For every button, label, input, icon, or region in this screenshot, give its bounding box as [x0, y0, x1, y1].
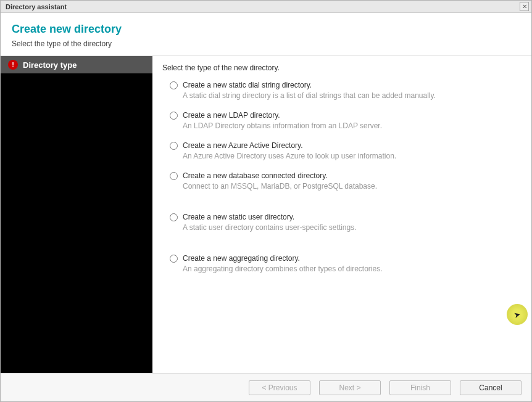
previous-button[interactable]: < Previous — [249, 380, 310, 395]
radio-label: Create a new Azure Active Directory. — [183, 141, 303, 150]
next-button[interactable]: Next > — [319, 380, 381, 395]
window-title: Directory assistant — [6, 3, 67, 10]
option-aggregating: Create a new aggregating directory. An a… — [162, 254, 522, 273]
content-area: ! Directory type Select the type of the … — [1, 56, 531, 374]
cursor-highlight: ➤ — [507, 304, 528, 325]
radio-row[interactable]: Create a new database connected director… — [170, 171, 522, 180]
option-azure: Create a new Azure Active Directory. An … — [162, 141, 522, 160]
radio-row[interactable]: Create a new static user directory. — [170, 213, 522, 221]
radio-ldap[interactable] — [170, 112, 178, 120]
sidebar-item-directory-type[interactable]: ! Directory type — [1, 56, 152, 73]
option-static-dial: Create a new static dial string director… — [162, 81, 522, 100]
radio-static-user[interactable] — [170, 213, 178, 221]
page-title: Create new directory — [12, 23, 520, 36]
option-database: Create a new database connected director… — [162, 171, 522, 191]
radio-row[interactable]: Create a new aggregating directory. — [170, 254, 522, 263]
radio-row[interactable]: Create a new LDAP directory. — [170, 111, 522, 120]
radio-label: Create a new static dial string director… — [183, 81, 312, 89]
main-panel: Select the type of the new directory. Cr… — [152, 56, 531, 374]
radio-static-dial[interactable] — [170, 81, 178, 89]
finish-button[interactable]: Finish — [389, 380, 451, 395]
radio-label: Create a new database connected director… — [183, 171, 328, 180]
alert-icon: ! — [8, 60, 18, 70]
wizard-sidebar: ! Directory type — [1, 56, 152, 374]
radio-row[interactable]: Create a new static dial string director… — [170, 81, 522, 89]
radio-label: Create a new LDAP directory. — [183, 111, 280, 120]
option-desc: A static user directory contains user-sp… — [183, 223, 522, 232]
radio-aggregating[interactable] — [170, 255, 178, 263]
option-desc: A static dial string directory is a list… — [183, 91, 522, 100]
option-desc: Connect to an MSSQL, MariaDB, or Postgre… — [183, 182, 522, 191]
radio-label: Create a new static user directory. — [183, 213, 294, 221]
dialog-header: Create new directory Select the type of … — [1, 13, 531, 56]
option-ldap: Create a new LDAP directory. An LDAP Dir… — [162, 111, 522, 130]
option-static-user: Create a new static user directory. A st… — [162, 213, 522, 232]
instruction-text: Select the type of the new directory. — [162, 64, 522, 72]
cancel-button[interactable]: Cancel — [460, 380, 522, 395]
radio-azure[interactable] — [170, 142, 178, 150]
option-desc: An Azure Active Directory uses Azure to … — [183, 152, 522, 160]
option-desc: An aggregating directory combines other … — [183, 265, 522, 273]
radio-database[interactable] — [170, 172, 178, 180]
sidebar-item-label: Directory type — [23, 60, 77, 70]
button-bar: < Previous Next > Finish Cancel — [1, 373, 531, 401]
page-subtitle: Select the type of the directory — [12, 39, 520, 48]
option-desc: An LDAP Directory obtains information fr… — [183, 121, 522, 130]
titlebar: Directory assistant ✕ — [1, 1, 531, 13]
close-button[interactable]: ✕ — [520, 2, 529, 11]
radio-label: Create a new aggregating directory. — [183, 254, 300, 263]
close-icon: ✕ — [522, 3, 527, 10]
dialog-window: Directory assistant ✕ Create new directo… — [0, 0, 532, 402]
cursor-icon: ➤ — [513, 309, 522, 319]
radio-row[interactable]: Create a new Azure Active Directory. — [170, 141, 522, 150]
